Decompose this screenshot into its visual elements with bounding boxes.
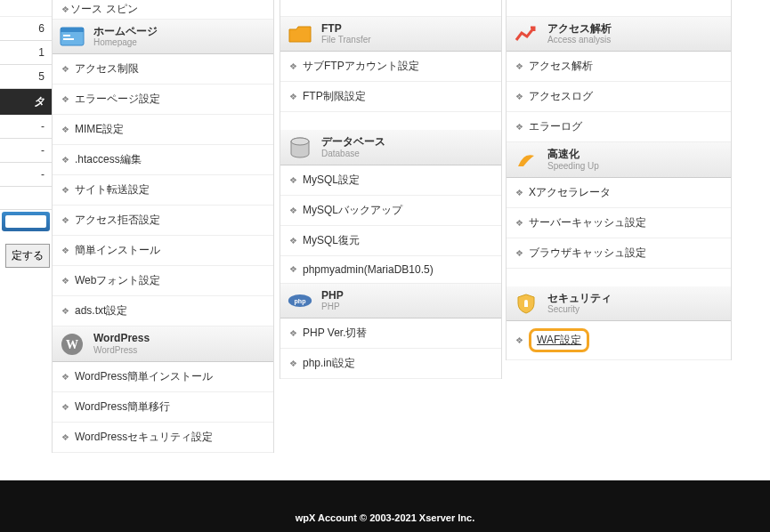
svg-rect-1 <box>61 28 84 32</box>
ftp-icon <box>288 23 312 44</box>
bullet-icon: ❖ <box>61 246 68 255</box>
svg-point-7 <box>291 138 309 145</box>
bullet-icon: ❖ <box>289 236 296 246</box>
bullet-icon: ❖ <box>61 215 68 225</box>
bullet-icon: ❖ <box>61 402 68 412</box>
svg-text:php: php <box>295 298 306 305</box>
bullet-icon: ❖ <box>515 61 522 71</box>
menu-item[interactable]: ❖アクセス制限 <box>53 54 273 85</box>
homepage-icon <box>60 26 85 47</box>
bullet-icon: ❖ <box>515 92 522 101</box>
menu-item[interactable]: ❖ブラウザキャッシュ設定 <box>507 238 731 269</box>
bullet-icon: ❖ <box>289 61 296 71</box>
menu-item[interactable]: ❖phpmyadmin(MariaDB10.5) <box>280 256 501 284</box>
menu-item[interactable]: ❖Xアクセラレータ <box>507 178 731 208</box>
bullet-icon: ❖ <box>61 306 68 316</box>
bullet-icon: ❖ <box>61 125 68 134</box>
stat-value: 6 <box>0 17 52 41</box>
stat-dash: - <box>0 115 52 139</box>
stat-dash: - <box>0 139 52 163</box>
bullet-icon: ❖ <box>289 328 296 338</box>
menu-item[interactable]: ❖.htaccess編集 <box>53 145 273 175</box>
database-icon <box>288 137 312 158</box>
column-homepage: ❖ ソース スピン ホームページHomepage ❖アクセス制限 ❖エラーページ… <box>52 0 274 453</box>
section-head-security: セキュリティSecurity <box>507 286 731 321</box>
footer: wpX Account © 2003-2021 Xserver Inc. <box>0 480 770 532</box>
menu-item[interactable]: ❖WordPress簡単インストール <box>53 362 273 392</box>
bullet-icon: ❖ <box>515 188 522 197</box>
bullet-icon: ❖ <box>515 248 522 258</box>
left-stats-panel: 6 1 5 タ - - - 定する <box>0 0 52 268</box>
menu-item[interactable]: ❖サイト転送設定 <box>53 175 273 206</box>
bullet-icon: ❖ <box>61 185 68 195</box>
bullet-icon: ❖ <box>289 92 296 101</box>
section-head-php: php PHPPHP <box>280 284 501 318</box>
section-head-access: アクセス解析Access analysis <box>507 17 731 52</box>
dark-heading: タ <box>0 89 52 115</box>
analytics-icon <box>514 23 539 44</box>
menu-item[interactable]: ❖MySQL設定 <box>280 165 501 196</box>
stat-value: 1 <box>0 41 52 65</box>
svg-text:W: W <box>66 338 78 351</box>
set-button[interactable]: 定する <box>5 244 50 268</box>
section-head-homepage: ホームページHomepage <box>53 20 273 54</box>
php-icon: php <box>288 290 312 311</box>
menu-item[interactable]: ❖アクセス拒否設定 <box>53 206 273 236</box>
menu-item[interactable]: ❖簡単インストール <box>53 236 273 266</box>
highlighted-link[interactable]: WAF設定 <box>529 328 589 352</box>
bullet-icon: ❖ <box>289 359 296 368</box>
bullet-icon: ❖ <box>289 264 296 274</box>
progress-bar <box>2 212 50 231</box>
menu-item[interactable]: ❖MySQL復元 <box>280 226 501 256</box>
section-head-database: データベースDatabase <box>280 130 501 165</box>
menu-item[interactable]: ❖WordPressセキュリティ設定 <box>53 423 273 453</box>
bullet-icon: ❖ <box>289 206 296 215</box>
section-head-speed: 高速化Speeding Up <box>507 142 731 177</box>
bullet-icon: ❖ <box>515 122 522 132</box>
menu-item[interactable]: ❖Webフォント設定 <box>53 266 273 296</box>
menu-item[interactable]: ❖WordPress簡単移行 <box>53 392 273 423</box>
bullet-icon: ❖ <box>61 94 68 104</box>
menu-item[interactable]: ❖アクセスログ <box>507 82 731 112</box>
wordpress-icon: W <box>60 334 85 355</box>
stat-value <box>0 0 52 17</box>
bullet-icon: ❖ <box>515 335 522 345</box>
section-head-ftp: FTPFile Transfer <box>280 17 501 52</box>
menu-item[interactable]: ❖サブFTPアカウント設定 <box>280 52 501 82</box>
stat-value: 5 <box>0 65 52 89</box>
menu-item[interactable]: ❖ads.txt設定 <box>53 296 273 326</box>
bullet-icon: ❖ <box>61 432 68 442</box>
menu-item[interactable]: ❖エラーログ <box>507 112 731 142</box>
menu-item[interactable]: ❖サーバーキャッシュ設定 <box>507 208 731 238</box>
menu-item[interactable]: ❖FTP制限設定 <box>280 82 501 112</box>
column-middle: FTPFile Transfer ❖サブFTPアカウント設定 ❖FTP制限設定 … <box>280 0 502 379</box>
menu-item[interactable]: ❖MIME設定 <box>53 115 273 145</box>
menu-item[interactable]: ❖MySQLバックアップ <box>280 196 501 226</box>
menu-item[interactable]: ❖PHP Ver.切替 <box>280 318 501 349</box>
svg-rect-2 <box>63 35 70 36</box>
truncated-item <box>280 0 501 17</box>
truncated-item <box>507 0 731 17</box>
menu-item[interactable]: ❖php.ini設定 <box>280 349 501 379</box>
menu-item[interactable]: ❖アクセス解析 <box>507 52 731 82</box>
menu-item-waf[interactable]: ❖ WAF設定 <box>507 321 731 360</box>
bullet-icon: ❖ <box>289 175 296 185</box>
svg-rect-3 <box>63 38 74 40</box>
stat-dash: - <box>0 163 52 187</box>
footer-text: wpX Account © 2003-2021 Xserver Inc. <box>296 512 475 523</box>
bullet-icon: ❖ <box>61 276 68 286</box>
speed-icon <box>514 149 539 171</box>
shield-icon <box>514 293 539 314</box>
menu-item[interactable]: ❖エラーページ設定 <box>53 85 273 115</box>
bullet-icon: ❖ <box>61 64 68 74</box>
svg-rect-11 <box>524 302 528 307</box>
bullet-icon: ❖ <box>61 155 68 165</box>
bullet-icon: ❖ <box>515 218 522 228</box>
column-right: アクセス解析Access analysis ❖アクセス解析 ❖アクセスログ ❖エ… <box>506 0 732 360</box>
truncated-item[interactable]: ❖ ソース スピン <box>53 0 273 20</box>
bullet-icon: ❖ <box>61 372 68 382</box>
section-head-wordpress: W WordPressWordPress <box>53 326 273 361</box>
